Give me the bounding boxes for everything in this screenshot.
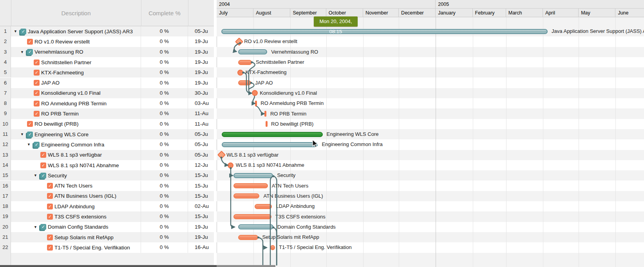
start-date-cell[interactable]: 05-Ju	[188, 26, 213, 36]
row-number[interactable]: 19	[0, 211, 11, 222]
task-checkbox-icon[interactable]: ✓	[47, 235, 53, 240]
table-row[interactable]: 11▼✓Engineering WLS Core0 %05-Ju	[0, 129, 214, 139]
task-description-cell[interactable]: ✓LDAP Anbindung	[11, 201, 141, 211]
task-description-cell[interactable]: ✓ATN Tech Users	[11, 181, 141, 191]
row-number[interactable]: 18	[0, 201, 11, 211]
complete-percent-cell[interactable]: 0 %	[141, 232, 188, 242]
gantt-bar-summary[interactable]	[233, 173, 273, 178]
row-number[interactable]: 21	[0, 232, 11, 242]
row-number[interactable]: 8	[0, 98, 11, 108]
complete-percent-cell[interactable]: 0 %	[141, 150, 188, 160]
task-checkbox-icon[interactable]: ✓	[34, 111, 40, 117]
table-row[interactable]: 16✓ATN Tech Users0 %15-Ju	[0, 181, 214, 191]
complete-percent-cell[interactable]: 0 %	[141, 160, 188, 170]
gantt-bar-task[interactable]	[270, 245, 275, 250]
task-description-cell[interactable]: ✓RO Anmeldung PRB Termin	[11, 98, 141, 108]
task-checkbox-icon[interactable]: ✓	[27, 39, 33, 45]
milestone-tick[interactable]	[264, 111, 266, 117]
task-description-cell[interactable]: ▼✓Engineering Common Infra	[11, 139, 141, 150]
task-description-cell[interactable]: ✓ATN Business Users (IGL)	[11, 191, 141, 201]
start-date-cell[interactable]: 05-Ju	[188, 129, 213, 139]
row-number[interactable]: 15	[0, 170, 11, 180]
table-row[interactable]: 12▼✓Engineering Common Infra0 %05-Ju	[0, 139, 214, 150]
row-number[interactable]: 14	[0, 160, 11, 170]
column-header-complete[interactable]: Complete %	[141, 0, 188, 26]
table-row[interactable]: 6✓JAP AO0 %19-Ju	[0, 78, 214, 88]
row-number[interactable]: 4	[0, 57, 11, 67]
table-row[interactable]: 13✓WLS 8.1 sp3 verfügbar0 %05-Ju	[0, 150, 214, 160]
task-checkbox-icon[interactable]: ✓	[34, 90, 40, 96]
start-date-cell[interactable]: 19-Ju	[188, 57, 213, 67]
row-number[interactable]: 1	[0, 26, 11, 36]
task-checkbox-icon[interactable]: ✓	[47, 204, 53, 209]
row-number[interactable]: 22	[0, 242, 11, 253]
task-checkbox-icon[interactable]: ✓	[34, 70, 40, 76]
task-checkbox-icon[interactable]: ✓	[34, 60, 40, 65]
start-date-cell[interactable]: 05-Ju	[188, 139, 213, 150]
row-number[interactable]: 20	[0, 222, 11, 232]
complete-percent-cell[interactable]: 0 %	[141, 36, 188, 47]
table-row[interactable]: 14✓WLS 8.1 sp3 N0741 Abnahme0 %12-Ju	[0, 160, 214, 170]
complete-percent-cell[interactable]: 0 %	[141, 211, 188, 222]
task-checkbox-icon[interactable]: ✓	[27, 121, 33, 127]
task-description-cell[interactable]: ▼✓Vernehmlassung RO	[11, 47, 141, 57]
task-description-cell[interactable]: ✓Schnittstellen Partner	[11, 57, 141, 67]
task-checkbox-icon[interactable]: ✓	[47, 214, 53, 220]
complete-percent-cell[interactable]: 0 %	[141, 242, 188, 253]
table-row[interactable]: 10✓RO bewilligt (PRB)0 %11-Au	[0, 119, 214, 129]
task-description-cell[interactable]: ✓RO v1.0 Review erstellt	[11, 36, 141, 47]
row-number[interactable]: 6	[0, 78, 11, 88]
row-number[interactable]: 5	[0, 67, 11, 78]
summary-checkbox-icon[interactable]: ✓	[34, 142, 40, 148]
row-number[interactable]: 2	[0, 36, 11, 47]
gantt-bar-task[interactable]	[255, 204, 272, 209]
task-checkbox-icon[interactable]: ✓	[34, 80, 40, 86]
gantt-bar-summary[interactable]	[221, 29, 548, 34]
disclosure-triangle-icon[interactable]: ▼	[14, 29, 20, 33]
start-date-cell[interactable]: 15-Ju	[188, 211, 213, 222]
start-date-cell[interactable]: 03-Au	[188, 98, 213, 108]
gantt-bar-task[interactable]	[233, 183, 268, 188]
start-date-cell[interactable]: 15-Ju	[188, 191, 213, 201]
task-description-cell[interactable]: ▼✓Java Application Server Support (JASS)…	[11, 26, 141, 36]
start-date-cell[interactable]: 19-Ju	[188, 67, 213, 78]
milestone-tick[interactable]	[255, 101, 257, 106]
row-number[interactable]: 13	[0, 150, 11, 160]
column-header-description[interactable]: Description	[11, 0, 141, 26]
start-date-cell[interactable]: 19-Ju	[188, 36, 213, 47]
gantt-bar-task[interactable]	[238, 80, 251, 85]
task-description-cell[interactable]: ✓WLS 8.1 sp3 N0741 Abnahme	[11, 160, 141, 170]
task-checkbox-icon[interactable]: ✓	[47, 193, 53, 199]
table-row[interactable]: 1▼✓Java Application Server Support (JASS…	[0, 26, 214, 36]
complete-percent-cell[interactable]: 0 %	[141, 170, 188, 180]
task-description-cell[interactable]: ✓JAP AO	[11, 78, 141, 88]
task-description-cell[interactable]: ▼✓Security	[11, 170, 141, 180]
table-row[interactable]: 15▼✓Security0 %15-Ju	[0, 170, 214, 180]
row-number[interactable]: 7	[0, 88, 11, 98]
gantt-bar-task[interactable]	[238, 235, 259, 240]
task-description-cell[interactable]: ✓RO bewilligt (PRB)	[11, 119, 141, 129]
task-description-cell[interactable]: ✓T3S CSFS extensions	[11, 211, 141, 222]
start-date-cell[interactable]: 19-Ju	[188, 222, 213, 232]
complete-percent-cell[interactable]: 0 %	[141, 222, 188, 232]
complete-percent-cell[interactable]: 0 %	[141, 181, 188, 191]
task-description-cell[interactable]: ✓T1-T5 / Special Eng. Verifikation	[11, 242, 141, 253]
complete-percent-cell[interactable]: 0 %	[141, 88, 188, 98]
task-checkbox-icon[interactable]: ✓	[40, 152, 46, 158]
complete-percent-cell[interactable]: 0 %	[141, 191, 188, 201]
disclosure-triangle-icon[interactable]: ▼	[20, 132, 27, 136]
complete-percent-cell[interactable]: 0 %	[141, 78, 188, 88]
start-date-cell[interactable]: 30-Ju	[188, 88, 213, 98]
row-number[interactable]: 10	[0, 119, 11, 129]
gantt-bar-summary[interactable]	[238, 49, 267, 54]
start-date-cell[interactable]: 16-Au	[188, 242, 213, 253]
gantt-bar-active[interactable]	[222, 132, 322, 137]
start-date-cell[interactable]: 02-Au	[188, 201, 213, 211]
complete-percent-cell[interactable]: 0 %	[141, 119, 188, 129]
task-description-cell[interactable]: ▼✓Domain Config Standards	[11, 222, 141, 232]
summary-checkbox-icon[interactable]: ✓	[27, 132, 33, 137]
complete-percent-cell[interactable]: 0 %	[141, 201, 188, 211]
complete-percent-cell[interactable]: 0 %	[141, 108, 188, 119]
row-number[interactable]: 9	[0, 108, 11, 119]
summary-checkbox-icon[interactable]: ✓	[20, 29, 26, 34]
